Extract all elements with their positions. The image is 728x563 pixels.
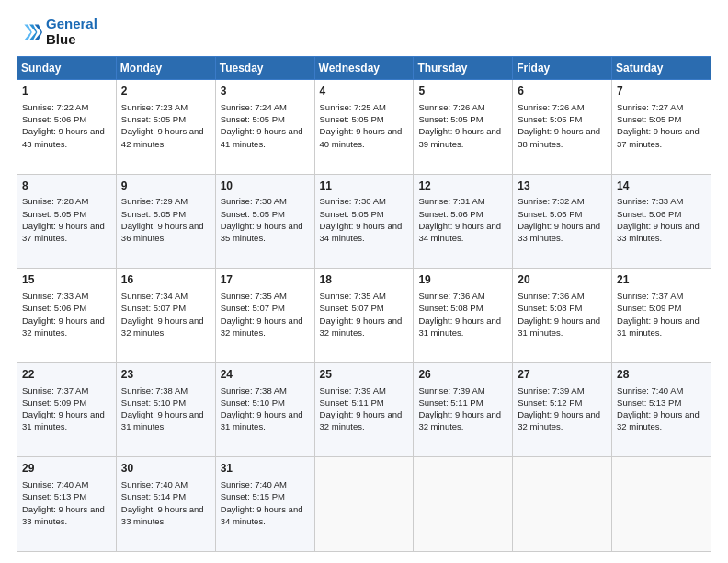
page: General Blue SundayMondayTuesdayWednesda… [0, 0, 728, 563]
sunrise-time: Sunrise: 7:36 AM [518, 291, 584, 301]
sunrise-time: Sunrise: 7:28 AM [22, 196, 88, 206]
calendar-cell: 7 Sunrise: 7:27 AM Sunset: 5:05 PM Dayli… [612, 80, 711, 175]
day-number: 6 [518, 84, 607, 99]
sunset-time: Sunset: 5:09 PM [617, 303, 681, 313]
daylight-hours: Daylight: 9 hours and 32 minutes. [418, 409, 501, 431]
day-number: 13 [518, 178, 607, 194]
daylight-hours: Daylight: 9 hours and 34 minutes. [418, 221, 501, 243]
day-number: 17 [221, 272, 310, 288]
calendar-cell: 27 Sunrise: 7:39 AM Sunset: 5:12 PM Dayl… [513, 362, 612, 457]
calendar-cell: 28 Sunrise: 7:40 AM Sunset: 5:13 PM Dayl… [612, 362, 711, 457]
sunset-time: Sunset: 5:05 PM [121, 209, 186, 219]
day-number: 5 [418, 84, 507, 99]
daylight-hours: Daylight: 9 hours and 32 minutes. [617, 409, 700, 431]
day-number: 10 [221, 178, 310, 194]
sunrise-time: Sunrise: 7:39 AM [418, 385, 484, 396]
daylight-hours: Daylight: 9 hours and 35 minutes. [221, 221, 303, 243]
sunrise-time: Sunrise: 7:36 AM [418, 291, 484, 301]
daylight-hours: Daylight: 9 hours and 36 minutes. [121, 221, 204, 243]
day-number: 11 [320, 178, 409, 194]
daylight-hours: Daylight: 9 hours and 31 minutes. [617, 316, 700, 338]
sunrise-time: Sunrise: 7:40 AM [22, 479, 88, 489]
sunrise-time: Sunrise: 7:37 AM [617, 291, 683, 301]
daylight-hours: Daylight: 9 hours and 31 minutes. [518, 316, 600, 338]
day-number: 29 [22, 461, 111, 477]
day-number: 7 [617, 84, 706, 99]
calendar-week-row: 8 Sunrise: 7:28 AM Sunset: 5:05 PM Dayli… [17, 174, 711, 269]
calendar-cell: 24 Sunrise: 7:38 AM Sunset: 5:10 PM Dayl… [215, 362, 314, 457]
sunrise-time: Sunrise: 7:25 AM [320, 102, 386, 112]
calendar-cell: 25 Sunrise: 7:39 AM Sunset: 5:11 PM Dayl… [314, 362, 414, 457]
sunrise-time: Sunrise: 7:38 AM [121, 385, 188, 396]
sunset-time: Sunset: 5:10 PM [221, 397, 285, 408]
sunset-time: Sunset: 5:05 PM [320, 114, 384, 124]
sunset-time: Sunset: 5:05 PM [418, 114, 483, 124]
sunset-time: Sunset: 5:06 PM [617, 209, 681, 219]
sunset-time: Sunset: 5:06 PM [22, 303, 86, 313]
day-number: 14 [617, 178, 706, 194]
sunset-time: Sunset: 5:11 PM [418, 397, 483, 408]
day-number: 2 [121, 84, 210, 99]
sunset-time: Sunset: 5:15 PM [221, 491, 285, 501]
day-number: 21 [617, 272, 706, 288]
sunset-time: Sunset: 5:13 PM [22, 491, 86, 501]
sunset-time: Sunset: 5:08 PM [418, 303, 483, 313]
sunset-time: Sunset: 5:06 PM [418, 209, 483, 219]
day-number: 16 [121, 272, 210, 288]
logo-text: General Blue [46, 17, 97, 47]
sunset-time: Sunset: 5:06 PM [518, 209, 582, 219]
calendar-cell: 6 Sunrise: 7:26 AM Sunset: 5:05 PM Dayli… [513, 80, 612, 175]
sunset-time: Sunset: 5:11 PM [320, 397, 384, 408]
sunrise-time: Sunrise: 7:39 AM [320, 385, 386, 396]
sunset-time: Sunset: 5:12 PM [518, 397, 582, 408]
day-number: 12 [418, 178, 507, 194]
daylight-hours: Daylight: 9 hours and 31 minutes. [221, 409, 303, 431]
calendar-cell [414, 457, 513, 552]
day-number: 24 [221, 367, 310, 383]
sunset-time: Sunset: 5:05 PM [121, 114, 186, 124]
sunrise-time: Sunrise: 7:27 AM [617, 102, 683, 112]
calendar-cell [612, 457, 711, 552]
sunrise-time: Sunrise: 7:22 AM [22, 102, 88, 112]
daylight-hours: Daylight: 9 hours and 33 minutes. [617, 221, 700, 243]
calendar-cell: 2 Sunrise: 7:23 AM Sunset: 5:05 PM Dayli… [116, 80, 215, 175]
sunset-time: Sunset: 5:05 PM [221, 114, 285, 124]
sunset-time: Sunset: 5:13 PM [617, 397, 681, 408]
calendar-cell: 8 Sunrise: 7:28 AM Sunset: 5:05 PM Dayli… [17, 174, 117, 269]
calendar-cell: 12 Sunrise: 7:31 AM Sunset: 5:06 PM Dayl… [414, 174, 513, 269]
sunrise-time: Sunrise: 7:32 AM [518, 196, 584, 206]
day-number: 3 [221, 84, 310, 99]
calendar-cell: 5 Sunrise: 7:26 AM Sunset: 5:05 PM Dayli… [414, 80, 513, 175]
sunrise-time: Sunrise: 7:26 AM [418, 102, 484, 112]
sunrise-time: Sunrise: 7:40 AM [617, 385, 683, 396]
sunrise-time: Sunrise: 7:35 AM [320, 291, 386, 301]
day-number: 18 [320, 272, 409, 288]
daylight-hours: Daylight: 9 hours and 33 minutes. [22, 504, 105, 526]
calendar-cell [314, 457, 414, 552]
sunset-time: Sunset: 5:08 PM [518, 303, 582, 313]
calendar-cell: 30 Sunrise: 7:40 AM Sunset: 5:14 PM Dayl… [116, 457, 215, 552]
calendar-cell: 29 Sunrise: 7:40 AM Sunset: 5:13 PM Dayl… [17, 457, 117, 552]
sunset-time: Sunset: 5:07 PM [121, 303, 186, 313]
daylight-hours: Daylight: 9 hours and 43 minutes. [22, 126, 105, 148]
sunrise-time: Sunrise: 7:39 AM [518, 385, 584, 396]
daylight-hours: Daylight: 9 hours and 31 minutes. [418, 316, 501, 338]
calendar-week-row: 22 Sunrise: 7:37 AM Sunset: 5:09 PM Dayl… [17, 362, 711, 457]
calendar-cell: 22 Sunrise: 7:37 AM Sunset: 5:09 PM Dayl… [17, 362, 117, 457]
calendar-cell: 18 Sunrise: 7:35 AM Sunset: 5:07 PM Dayl… [314, 269, 414, 363]
day-number: 20 [518, 272, 607, 288]
weekday-header-friday: Friday [513, 57, 612, 80]
sunset-time: Sunset: 5:07 PM [221, 303, 285, 313]
sunrise-time: Sunrise: 7:33 AM [617, 196, 683, 206]
calendar-cell: 20 Sunrise: 7:36 AM Sunset: 5:08 PM Dayl… [513, 269, 612, 363]
daylight-hours: Daylight: 9 hours and 39 minutes. [418, 126, 501, 148]
sunset-time: Sunset: 5:05 PM [617, 114, 681, 124]
sunrise-time: Sunrise: 7:23 AM [121, 102, 188, 112]
calendar-cell: 14 Sunrise: 7:33 AM Sunset: 5:06 PM Dayl… [612, 174, 711, 269]
sunset-time: Sunset: 5:14 PM [121, 491, 186, 501]
calendar-cell: 17 Sunrise: 7:35 AM Sunset: 5:07 PM Dayl… [215, 269, 314, 363]
weekday-header-monday: Monday [116, 57, 215, 80]
calendar-cell: 11 Sunrise: 7:30 AM Sunset: 5:05 PM Dayl… [314, 174, 414, 269]
calendar-cell: 9 Sunrise: 7:29 AM Sunset: 5:05 PM Dayli… [116, 174, 215, 269]
sunrise-time: Sunrise: 7:37 AM [22, 385, 88, 396]
